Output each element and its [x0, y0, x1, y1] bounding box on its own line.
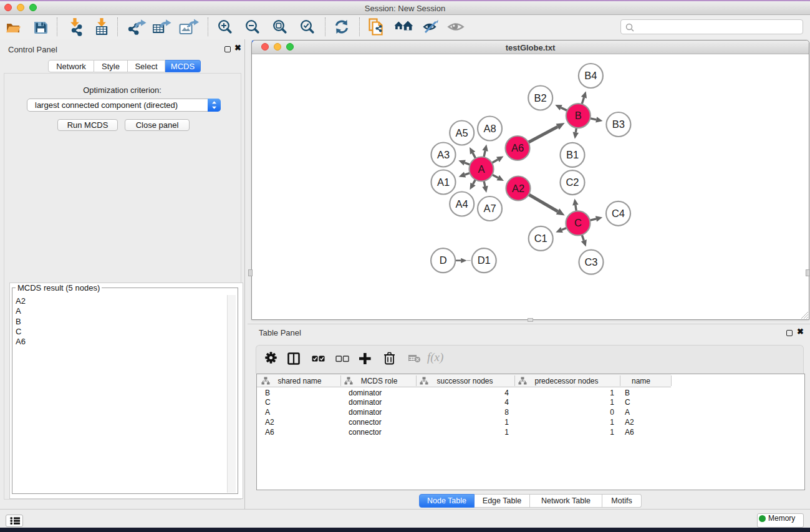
svg-text:B3: B3	[612, 118, 625, 130]
svg-text:C3: C3	[584, 256, 597, 268]
svg-text:A6: A6	[511, 142, 524, 153]
svg-text:C1: C1	[534, 233, 547, 244]
svg-text:B4: B4	[584, 70, 597, 81]
svg-text:A8: A8	[483, 123, 496, 134]
svg-text:D1: D1	[478, 254, 491, 266]
svg-text:A5: A5	[456, 127, 468, 138]
svg-text:C: C	[574, 217, 582, 228]
svg-text:D: D	[440, 254, 447, 266]
svg-text:C4: C4	[612, 208, 625, 219]
svg-text:B: B	[575, 110, 582, 121]
svg-text:A7: A7	[483, 203, 496, 214]
svg-text:C2: C2	[566, 177, 579, 188]
svg-text:B2: B2	[534, 92, 547, 104]
svg-text:A4: A4	[456, 198, 468, 210]
svg-text:A1: A1	[437, 177, 450, 188]
svg-text:A3: A3	[437, 149, 450, 160]
svg-text:A2: A2	[512, 183, 524, 194]
svg-text:A: A	[478, 163, 485, 175]
svg-text:B1: B1	[566, 149, 579, 160]
